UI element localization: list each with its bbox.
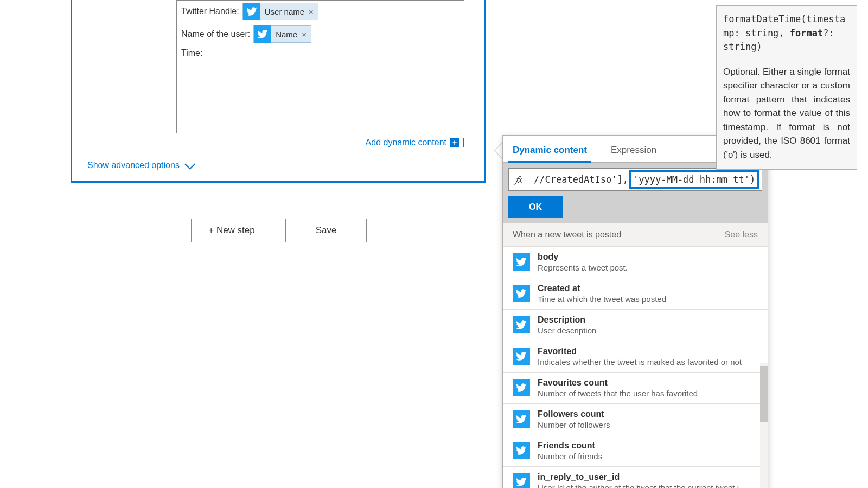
dynamic-item-name: Description: [538, 315, 596, 325]
see-less-link[interactable]: See less: [725, 230, 758, 240]
dynamic-item[interactable]: DescriptionUser description: [503, 310, 768, 341]
twitter-icon: [513, 379, 530, 396]
twitter-icon: [513, 285, 530, 302]
flyout-beak: [495, 143, 502, 158]
field-row-time: Time:: [181, 48, 459, 58]
token-remove-icon[interactable]: ×: [302, 30, 307, 39]
token-user-name[interactable]: User name ×: [242, 3, 318, 20]
add-dynamic-content-link[interactable]: Add dynamic content: [366, 138, 446, 147]
dynamic-item[interactable]: Favourites countNumber of tweets that th…: [503, 373, 768, 404]
twitter-icon: [243, 3, 260, 20]
tooltip-signature: formatDateTime(timestamp: string, format…: [723, 12, 850, 54]
step-buttons: + New step Save: [191, 219, 367, 242]
add-dynamic-content-row: Add dynamic content +: [72, 133, 484, 150]
dynamic-item-desc: User description: [538, 326, 596, 335]
dynamic-item-desc: Represents a tweet post.: [538, 263, 628, 272]
expression-row: 𝑓x //CreatedAtIso'], 'yyyy-MM-dd hh:mm t…: [503, 163, 768, 223]
action-card: Twitter Handle: User name × Name of the …: [71, 0, 486, 183]
chevron-down-icon: [184, 159, 195, 170]
expression-input[interactable]: 𝑓x //CreatedAtIso'], 'yyyy-MM-dd hh:mm t…: [508, 168, 762, 191]
expression-highlight: 'yyyy-MM-dd hh:mm tt'): [629, 170, 759, 189]
dynamic-item-name: Friends count: [538, 441, 602, 451]
dynamic-item-desc: Time at which the tweet was posted: [538, 294, 666, 304]
param-highlight: format: [790, 28, 823, 38]
twitter-icon: [513, 410, 530, 428]
field-row-name-of-user: Name of the user: Name ×: [181, 25, 459, 43]
format-param-tooltip: formatDateTime(timestamp: string, format…: [716, 5, 857, 170]
dynamic-item-desc: Number of tweets that the user has favor…: [538, 389, 698, 398]
dynamic-item-desc: User Id of the author of the tweet that …: [538, 483, 739, 488]
field-label: Name of the user:: [181, 29, 250, 39]
dynamic-item-name: Favourites count: [538, 378, 698, 388]
twitter-icon: [513, 348, 530, 365]
token-label: Name: [276, 30, 297, 39]
dynamic-item[interactable]: bodyRepresents a tweet post.: [503, 247, 768, 278]
dynamic-item[interactable]: Followers countNumber of followers: [503, 404, 768, 435]
fx-icon: 𝑓x: [509, 169, 529, 190]
dynamic-item-desc: Indicates whether the tweet is marked as…: [538, 357, 742, 367]
dynamic-content-flyout: Dynamic content Expression 𝑓x //CreatedA…: [502, 135, 768, 488]
dynamic-item[interactable]: in_reply_to_user_idUser Id of the author…: [503, 467, 768, 488]
show-advanced-options-link[interactable]: Show advanced options: [87, 160, 193, 170]
dynamic-item[interactable]: Friends countNumber of friends: [503, 435, 768, 467]
ok-button[interactable]: OK: [508, 196, 563, 218]
token-remove-icon[interactable]: ×: [309, 7, 314, 16]
dynamic-item-desc: Number of followers: [538, 420, 610, 429]
dynamic-item[interactable]: FavoritedIndicates whether the tweet is …: [503, 341, 768, 373]
dynamic-item-name: in_reply_to_user_id: [538, 472, 739, 482]
scrollbar-thumb[interactable]: [760, 366, 768, 422]
dynamic-item-name: body: [538, 252, 628, 262]
twitter-icon: [513, 473, 530, 488]
dynamic-content-list[interactable]: bodyRepresents a tweet post.Created atTi…: [503, 247, 768, 488]
dynamic-item-name: Favorited: [538, 346, 742, 356]
section-title: When a new tweet is posted: [513, 230, 621, 240]
field-row-twitter-handle: Twitter Handle: User name ×: [181, 3, 459, 20]
twitter-icon: [254, 25, 271, 43]
plus-bar-icon: [463, 138, 464, 147]
dynamic-item-desc: Number of friends: [538, 452, 602, 461]
dynamic-item-name: Created at: [538, 284, 666, 293]
field-label: Twitter Handle:: [181, 7, 239, 16]
twitter-icon: [513, 442, 530, 459]
tab-expression[interactable]: Expression: [607, 139, 661, 162]
token-name[interactable]: Name ×: [253, 25, 311, 43]
twitter-icon: [513, 253, 530, 271]
expression-text[interactable]: //CreatedAtIso'], 'yyyy-MM-dd hh:mm tt'): [529, 170, 762, 189]
advanced-options-label: Show advanced options: [87, 160, 180, 170]
new-step-button[interactable]: + New step: [191, 219, 272, 242]
plus-icon[interactable]: +: [450, 138, 459, 147]
token-label: User name: [265, 7, 304, 16]
section-header: When a new tweet is posted See less: [503, 223, 768, 247]
expression-prefix: //CreatedAtIso'],: [534, 174, 628, 185]
tab-dynamic-content[interactable]: Dynamic content: [508, 139, 591, 162]
body-textarea[interactable]: Twitter Handle: User name × Name of the …: [176, 0, 464, 133]
save-button[interactable]: Save: [285, 219, 367, 242]
dynamic-item[interactable]: Created atTime at which the tweet was po…: [503, 278, 768, 310]
tooltip-body: Optional. Either a single format specifi…: [723, 65, 850, 162]
field-label: Time:: [181, 48, 202, 58]
twitter-icon: [513, 316, 530, 333]
dynamic-item-name: Followers count: [538, 409, 610, 419]
